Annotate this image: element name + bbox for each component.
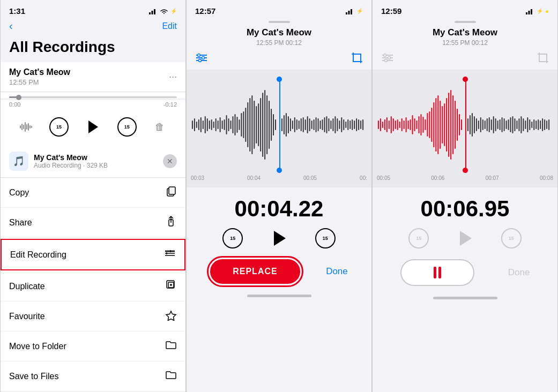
menu-close-button-1[interactable]: ✕	[163, 154, 177, 168]
play-btn-3[interactable]	[458, 231, 472, 246]
svg-rect-134	[397, 119, 398, 130]
done-button-2[interactable]: Done	[326, 266, 348, 277]
crop-button-2[interactable]	[351, 52, 363, 66]
rewind-btn-3[interactable]: 15	[408, 228, 429, 248]
drag-handle-3	[373, 18, 557, 24]
svg-rect-44	[209, 120, 210, 129]
svg-rect-169	[474, 116, 475, 133]
svg-rect-91	[311, 120, 313, 129]
waveform-button-1[interactable]	[16, 116, 37, 138]
menu-item-move[interactable]: Move to Folder	[1, 331, 185, 361]
rewind-button-1[interactable]: 15	[49, 117, 69, 137]
progress-track-1[interactable]	[9, 96, 177, 98]
signal-icon-2	[346, 8, 354, 14]
progress-dot-1	[16, 95, 21, 100]
menu-item-share[interactable]: Share	[1, 208, 185, 238]
menu-item-share-icon	[165, 215, 177, 230]
svg-rect-127	[382, 122, 383, 128]
time-mark-4-2: 00:	[360, 175, 367, 181]
play-button-1[interactable]	[81, 115, 105, 139]
svg-rect-141	[412, 115, 413, 134]
done-button-3[interactable]: Done	[508, 267, 530, 278]
svg-point-35	[199, 59, 202, 62]
drag-bar-2	[269, 21, 290, 23]
forward-btn-3[interactable]: 15	[501, 228, 522, 248]
rewind-btn-2[interactable]: 15	[222, 228, 243, 248]
svg-rect-71	[266, 95, 267, 154]
menu-item-copy-icon	[165, 185, 177, 200]
svg-rect-204	[548, 119, 549, 130]
svg-rect-182	[502, 117, 503, 132]
progress-container-1	[1, 92, 185, 98]
time-start-1: 0:00	[9, 101, 20, 108]
more-button-1[interactable]: ···	[169, 71, 177, 82]
menu-item-copy[interactable]: Copy	[1, 178, 185, 208]
recorder-subtitle-3: 12:55 PM 00:12	[381, 39, 549, 47]
svg-rect-168	[472, 113, 473, 137]
menu-item-edit[interactable]: Edit Recording	[1, 239, 185, 270]
crop-button-3[interactable]	[537, 52, 549, 66]
play-btn-2[interactable]	[272, 231, 286, 246]
menu-item-favourite[interactable]: Favourite	[1, 301, 185, 331]
svg-rect-171	[478, 120, 479, 129]
svg-rect-145	[420, 114, 421, 135]
svg-rect-45	[211, 119, 212, 130]
filter-button-2[interactable]	[195, 53, 208, 65]
playhead-line-3	[465, 77, 466, 173]
svg-rect-103	[337, 118, 338, 131]
time-mark-2-2: 00:04	[247, 175, 261, 181]
back-button-1[interactable]: ‹	[9, 20, 13, 32]
delete-button-1[interactable]: 🗑	[149, 116, 170, 138]
svg-rect-88	[305, 119, 306, 130]
menu-items-list-1: Copy Share Edit Recording	[1, 178, 185, 391]
timestamp-display-3: 00:06.95	[373, 187, 557, 226]
filter-button-3[interactable]	[381, 53, 394, 65]
menu-item-duplicate[interactable]: Duplicate	[1, 272, 185, 301]
svg-rect-147	[425, 119, 426, 130]
svg-rect-85	[299, 120, 300, 129]
pause-button-3[interactable]	[400, 259, 474, 286]
time-mark-2-3: 00:06	[431, 175, 444, 181]
forward-btn-2[interactable]: 15	[315, 228, 336, 248]
phone-2: 12:57 ⚡ My Cat's Meow 12:55 PM 00:12	[186, 0, 372, 392]
svg-rect-149	[429, 111, 430, 138]
svg-rect-10	[31, 126, 32, 128]
svg-rect-8	[28, 123, 29, 131]
svg-rect-80	[288, 116, 289, 133]
waveform-area-3: 00:05 00:06 00:07 00:08	[373, 70, 557, 187]
svg-rect-193	[525, 120, 526, 129]
svg-rect-95	[320, 120, 321, 129]
svg-rect-189	[516, 120, 517, 129]
recorder-header-2: My Cat's Meow 12:55 PM 00:12	[187, 24, 371, 49]
svg-rect-154	[440, 101, 441, 149]
svg-rect-42	[205, 116, 206, 133]
svg-rect-66	[256, 106, 257, 144]
svg-point-34	[202, 57, 205, 59]
svg-rect-38	[196, 122, 197, 128]
svg-rect-28	[348, 11, 350, 14]
svg-rect-196	[531, 122, 532, 128]
pause-bars-3	[434, 267, 441, 278]
page-title-1: All Recordings	[1, 36, 185, 62]
time-mark-3-2: 00:05	[303, 175, 317, 181]
time-labels-1: 0:00 -0:12	[1, 100, 185, 111]
svg-rect-173	[482, 119, 483, 130]
svg-rect-59	[241, 113, 242, 137]
bottom-action-row-3: Done	[373, 255, 557, 292]
forward-button-1[interactable]: 15	[117, 117, 137, 137]
replace-button-2[interactable]: REPLACE	[210, 259, 300, 284]
status-bar-1: 1:31 ⚡	[1, 0, 185, 18]
svg-rect-106	[343, 119, 344, 130]
menu-item-save-label: Save to Files	[9, 372, 58, 381]
status-icons-2: ⚡	[346, 8, 363, 14]
svg-rect-180	[497, 120, 499, 129]
svg-rect-41	[203, 120, 204, 129]
svg-rect-13	[169, 187, 175, 194]
svg-rect-56	[234, 114, 235, 135]
svg-rect-2	[154, 9, 155, 14]
svg-rect-73	[271, 109, 272, 141]
phone-1: 1:31 ⚡ ‹ Edit All Recordings	[0, 0, 186, 392]
menu-item-save[interactable]: Save to Files	[1, 361, 185, 391]
menu-item-copy-label: Copy	[9, 188, 29, 198]
edit-button-1[interactable]: Edit	[162, 21, 177, 31]
